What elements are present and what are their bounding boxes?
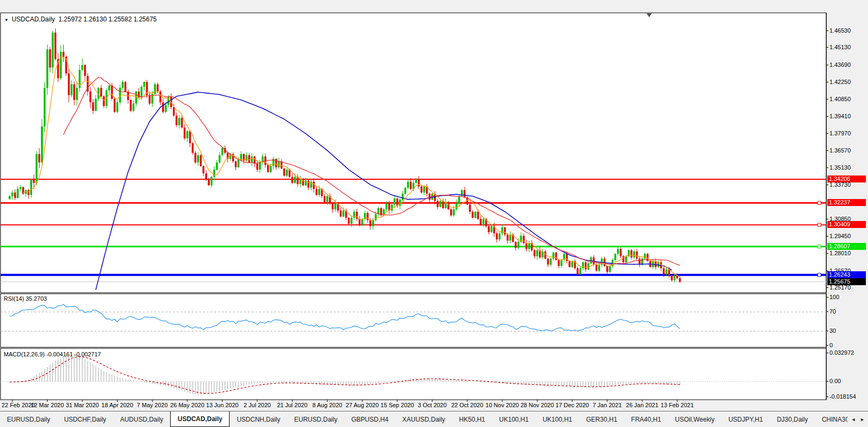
date-label: 15 Sep 2020 bbox=[380, 402, 414, 408]
price-tick-label: 1.25170 bbox=[829, 284, 851, 291]
tab-symbol-uk100-9[interactable]: UK100,H1 bbox=[492, 411, 536, 427]
rsi-scale-label: 100 bbox=[829, 294, 839, 300]
tab-symbol-audusd-2[interactable]: AUDUSD,Daily bbox=[113, 411, 170, 427]
price-tick-label: 1.36570 bbox=[829, 147, 851, 154]
chart-region: ▼USDCAD,Daily 1.25972 1.26130 1.25582 1.… bbox=[0, 0, 868, 427]
current-price-badge: 1.25675 bbox=[827, 278, 866, 285]
tab-symbol-usdcnh-4[interactable]: USDCNH,Daily bbox=[230, 411, 287, 427]
macd-indicator-label: MACD(12,26,9) -0.004161 -0.002717 bbox=[4, 351, 101, 357]
tab-symbol-dj30-15[interactable]: DJ30,Daily bbox=[770, 411, 815, 427]
date-label: 17 Dec 2020 bbox=[555, 402, 589, 408]
chart-canvas[interactable] bbox=[0, 0, 868, 427]
date-label: 21 Jul 2020 bbox=[277, 402, 308, 408]
date-label: 13 Jun 2020 bbox=[206, 402, 239, 408]
symbol-tabs: EURUSD,DailyUSDCHF,DailyAUDUSD,DailyUSDC… bbox=[0, 411, 848, 427]
date-label: 22 Feb 2020 bbox=[2, 402, 35, 408]
tab-symbol-xauusd-7[interactable]: XAUUSD,Daily bbox=[395, 411, 452, 427]
chart-ohlc-values: 1.25972 1.26130 1.25582 1.25675 bbox=[58, 16, 157, 23]
date-label: 28 Nov 2020 bbox=[521, 402, 554, 408]
macd-scale-label: -0.018154 bbox=[829, 393, 856, 400]
price-tick-label: 1.45130 bbox=[829, 44, 851, 50]
tab-scroll-right-icon[interactable]: ► bbox=[860, 417, 865, 422]
chart-dropdown-icon[interactable]: ▼ bbox=[4, 18, 9, 22]
chart-title: ▼USDCAD,Daily 1.25972 1.26130 1.25582 1.… bbox=[4, 16, 157, 23]
price-tick-label: 1.29450 bbox=[829, 233, 851, 239]
tab-symbol-usoil-13[interactable]: USOil,Weekly bbox=[668, 411, 721, 427]
tab-symbol-eurusd-0[interactable]: EURUSD,Daily bbox=[0, 411, 57, 427]
tab-symbol-uk100-10[interactable]: UK100,H1 bbox=[536, 411, 579, 427]
tab-symbol-hk50-8[interactable]: HK50,H1 bbox=[452, 411, 492, 427]
hline-price-badge: 1.26243 bbox=[827, 271, 866, 278]
trading-app-window: ✛▾ M1M5M15M30H1H4 D1W1MN ▼USDCAD,Daily 1… bbox=[0, 0, 868, 427]
tab-symbol-fra40-12[interactable]: FRA40,H1 bbox=[624, 411, 668, 427]
tab-symbol-china300-16[interactable]: CHINA300,H1 bbox=[815, 411, 848, 427]
hline-price-badge: 1.32237 bbox=[827, 199, 866, 206]
price-tick-label: 1.42250 bbox=[829, 79, 851, 85]
price-tick-label: 1.35130 bbox=[829, 164, 851, 171]
date-label: 13 Feb 2021 bbox=[661, 402, 694, 408]
tab-symbol-usdchf-1[interactable]: USDCHF,Daily bbox=[57, 411, 113, 427]
price-tick-label: 1.28010 bbox=[829, 250, 851, 256]
date-label: 12 Mar 2020 bbox=[31, 402, 64, 408]
date-label: 27 Aug 2020 bbox=[346, 402, 379, 408]
hline-price-badge: 1.34206 bbox=[827, 176, 866, 182]
price-tick-label: 1.46530 bbox=[829, 27, 851, 34]
price-tick-label: 1.43690 bbox=[829, 62, 851, 68]
chart-symbol-label: USDCAD,Daily bbox=[12, 16, 55, 23]
tab-symbol-gbpusd-6[interactable]: GBPUSD,H4 bbox=[344, 411, 395, 427]
rsi-scale-label: 70 bbox=[829, 308, 836, 315]
tab-symbol-usdjpy-14[interactable]: USDJPY,H1 bbox=[721, 411, 770, 427]
date-label: 26 Jan 2021 bbox=[626, 402, 659, 408]
price-tick-label: 1.37970 bbox=[829, 130, 851, 136]
tab-symbol-eurusd-5[interactable]: EURUSD,Daily bbox=[287, 411, 345, 427]
date-label: 7 May 2020 bbox=[137, 402, 167, 408]
date-label: 22 Oct 2020 bbox=[451, 402, 483, 408]
date-label: 8 Aug 2020 bbox=[313, 402, 342, 408]
price-tick-label: 1.40850 bbox=[829, 96, 851, 102]
price-tick-label: 1.39410 bbox=[829, 113, 851, 119]
date-label: 2 Jul 2020 bbox=[243, 402, 271, 408]
tab-symbol-ger30-11[interactable]: GER30,H1 bbox=[579, 411, 624, 427]
tab-symbol-usdcad-3[interactable]: USDCAD,Daily bbox=[170, 411, 230, 427]
macd-scale-label: 0.032972 bbox=[829, 349, 854, 356]
date-label: 18 Apr 2020 bbox=[102, 402, 133, 408]
date-label: 3 Oct 2020 bbox=[418, 402, 447, 408]
hline-price-badge: 1.30409 bbox=[827, 221, 866, 228]
date-label: 10 Nov 2020 bbox=[485, 402, 519, 408]
macd-scale-label: 0.00 bbox=[829, 378, 841, 384]
symbol-tab-bar: EURUSD,DailyUSDCHF,DailyAUDUSD,DailyUSDC… bbox=[0, 411, 868, 427]
date-label: 7 Jan 2021 bbox=[592, 402, 621, 408]
rsi-scale-label: 30 bbox=[829, 327, 836, 334]
rsi-indicator-label: RSI(14) 35.2703 bbox=[4, 295, 47, 302]
tab-scroll-arrows: ◄ ► bbox=[848, 411, 868, 427]
rsi-scale-label: 0 bbox=[829, 342, 833, 348]
date-label: 31 Mar 2020 bbox=[66, 402, 99, 408]
tab-scroll-left-icon[interactable]: ◄ bbox=[851, 417, 856, 422]
date-label: 26 May 2020 bbox=[170, 402, 204, 408]
hline-price-badge: 1.28607 bbox=[827, 243, 866, 250]
